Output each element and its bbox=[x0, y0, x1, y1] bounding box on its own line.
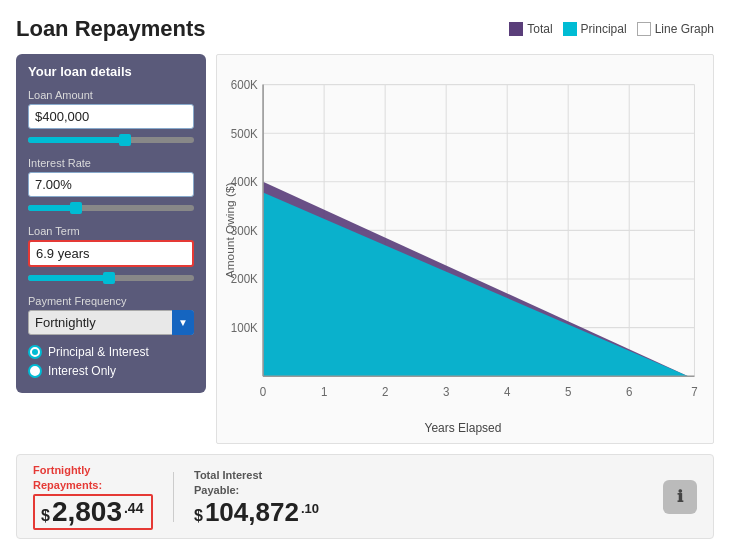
interest-cents: .10 bbox=[301, 501, 319, 516]
loan-details-title: Your loan details bbox=[28, 64, 194, 79]
radio-interest-only-circle bbox=[28, 364, 42, 378]
radio-principal-interest[interactable]: Principal & Interest bbox=[28, 345, 194, 359]
interest-block: Total InterestPayable: $ 104,872 .10 bbox=[194, 468, 344, 525]
loan-amount-slider-container bbox=[28, 133, 194, 147]
svg-text:500K: 500K bbox=[231, 126, 258, 139]
legend-total: Total bbox=[509, 22, 552, 36]
legend-principal-color bbox=[563, 22, 577, 36]
chart-svg: 600K 500K 400K 300K 200K 100K 0 1 2 3 4 … bbox=[221, 63, 705, 419]
loan-term-group: Loan Term bbox=[28, 225, 194, 285]
svg-text:5: 5 bbox=[565, 385, 572, 398]
loan-amount-label: Loan Amount bbox=[28, 89, 194, 101]
content-area: Your loan details Loan Amount Interest R… bbox=[16, 54, 714, 444]
repayment-main: 2,803 bbox=[52, 498, 122, 526]
info-button[interactable]: ℹ bbox=[663, 480, 697, 514]
legend-line-graph-color bbox=[637, 22, 651, 36]
svg-text:2: 2 bbox=[382, 385, 388, 398]
loan-amount-group: Loan Amount bbox=[28, 89, 194, 147]
interest-currency: $ bbox=[194, 507, 203, 525]
payment-frequency-select[interactable]: Fortnightly Weekly Monthly bbox=[28, 310, 194, 335]
interest-rate-label: Interest Rate bbox=[28, 157, 194, 169]
svg-text:7: 7 bbox=[691, 385, 697, 398]
payment-frequency-group: Payment Frequency Fortnightly Weekly Mon… bbox=[28, 295, 194, 335]
repayment-block: FortnightlyRepayments: $ 2,803 .44 bbox=[33, 463, 153, 530]
interest-rate-slider-thumb[interactable] bbox=[70, 202, 82, 214]
repayment-value: $ 2,803 .44 bbox=[33, 494, 153, 530]
legend-line-graph: Line Graph bbox=[637, 22, 714, 36]
radio-principal-interest-circle bbox=[28, 345, 42, 359]
interest-rate-group: Interest Rate bbox=[28, 157, 194, 215]
bottom-divider bbox=[173, 472, 174, 522]
loan-term-slider-fill bbox=[28, 275, 111, 281]
repayment-label: FortnightlyRepayments: bbox=[33, 463, 153, 492]
loan-amount-input[interactable] bbox=[28, 104, 194, 129]
page-title: Loan Repayments bbox=[16, 16, 206, 42]
chart-x-axis-title: Years Elapsed bbox=[221, 421, 705, 435]
svg-text:100K: 100K bbox=[231, 321, 258, 334]
radio-principal-interest-label: Principal & Interest bbox=[48, 345, 149, 359]
interest-label: Total InterestPayable: bbox=[194, 468, 344, 497]
radio-interest-only[interactable]: Interest Only bbox=[28, 364, 194, 378]
left-panel: Your loan details Loan Amount Interest R… bbox=[16, 54, 206, 444]
loan-amount-slider-thumb[interactable] bbox=[119, 134, 131, 146]
loan-term-input[interactable] bbox=[28, 240, 194, 267]
loan-term-slider-thumb[interactable] bbox=[103, 272, 115, 284]
svg-text:4: 4 bbox=[504, 385, 511, 398]
header: Loan Repayments Total Principal Line Gra… bbox=[16, 16, 714, 42]
loan-details-box: Your loan details Loan Amount Interest R… bbox=[16, 54, 206, 393]
legend-total-label: Total bbox=[527, 22, 552, 36]
repayment-type-group: Principal & Interest Interest Only bbox=[28, 345, 194, 378]
svg-text:600K: 600K bbox=[231, 78, 258, 91]
radio-interest-only-label: Interest Only bbox=[48, 364, 116, 378]
repayment-currency: $ bbox=[41, 507, 50, 525]
loan-amount-slider-fill bbox=[28, 137, 128, 143]
legend-principal: Principal bbox=[563, 22, 627, 36]
interest-value: $ 104,872 .10 bbox=[194, 499, 344, 525]
legend-line-graph-label: Line Graph bbox=[655, 22, 714, 36]
legend-principal-label: Principal bbox=[581, 22, 627, 36]
payment-frequency-label: Payment Frequency bbox=[28, 295, 194, 307]
svg-text:3: 3 bbox=[443, 385, 449, 398]
repayment-cents: .44 bbox=[124, 500, 143, 516]
svg-text:Amount Owing ($): Amount Owing ($) bbox=[223, 182, 236, 278]
interest-rate-input[interactable] bbox=[28, 172, 194, 197]
legend: Total Principal Line Graph bbox=[509, 22, 714, 36]
interest-rate-slider-container bbox=[28, 201, 194, 215]
bottom-bar: FortnightlyRepayments: $ 2,803 .44 Total… bbox=[16, 454, 714, 539]
main-container: Loan Repayments Total Principal Line Gra… bbox=[0, 0, 730, 555]
loan-term-slider-container bbox=[28, 271, 194, 285]
svg-text:6: 6 bbox=[626, 385, 632, 398]
interest-main: 104,872 bbox=[205, 499, 299, 525]
loan-term-label: Loan Term bbox=[28, 225, 194, 237]
payment-frequency-select-container: Fortnightly Weekly Monthly ▼ bbox=[28, 310, 194, 335]
svg-text:0: 0 bbox=[260, 385, 267, 398]
svg-text:1: 1 bbox=[321, 385, 327, 398]
chart-area: 600K 500K 400K 300K 200K 100K 0 1 2 3 4 … bbox=[216, 54, 714, 444]
legend-total-color bbox=[509, 22, 523, 36]
